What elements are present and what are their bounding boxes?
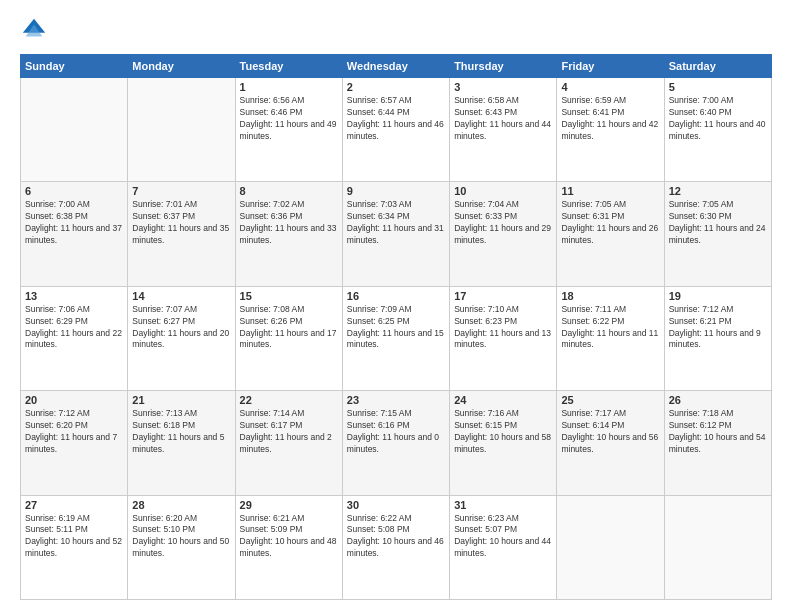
day-number: 1	[240, 81, 338, 93]
day-info: Sunrise: 6:22 AM Sunset: 5:08 PM Dayligh…	[347, 513, 445, 561]
day-number: 27	[25, 499, 123, 511]
day-info: Sunrise: 6:20 AM Sunset: 5:10 PM Dayligh…	[132, 513, 230, 561]
calendar-header-friday: Friday	[557, 55, 664, 78]
day-info: Sunrise: 6:56 AM Sunset: 6:46 PM Dayligh…	[240, 95, 338, 143]
day-info: Sunrise: 7:13 AM Sunset: 6:18 PM Dayligh…	[132, 408, 230, 456]
calendar-header-monday: Monday	[128, 55, 235, 78]
calendar-cell: 22Sunrise: 7:14 AM Sunset: 6:17 PM Dayli…	[235, 391, 342, 495]
calendar-cell: 23Sunrise: 7:15 AM Sunset: 6:16 PM Dayli…	[342, 391, 449, 495]
day-info: Sunrise: 7:16 AM Sunset: 6:15 PM Dayligh…	[454, 408, 552, 456]
day-number: 16	[347, 290, 445, 302]
calendar-cell: 5Sunrise: 7:00 AM Sunset: 6:40 PM Daylig…	[664, 78, 771, 182]
calendar: SundayMondayTuesdayWednesdayThursdayFrid…	[20, 54, 772, 600]
day-number: 21	[132, 394, 230, 406]
calendar-cell: 30Sunrise: 6:22 AM Sunset: 5:08 PM Dayli…	[342, 495, 449, 599]
calendar-cell: 3Sunrise: 6:58 AM Sunset: 6:43 PM Daylig…	[450, 78, 557, 182]
day-info: Sunrise: 7:09 AM Sunset: 6:25 PM Dayligh…	[347, 304, 445, 352]
calendar-cell: 10Sunrise: 7:04 AM Sunset: 6:33 PM Dayli…	[450, 182, 557, 286]
calendar-cell: 4Sunrise: 6:59 AM Sunset: 6:41 PM Daylig…	[557, 78, 664, 182]
day-number: 20	[25, 394, 123, 406]
day-number: 14	[132, 290, 230, 302]
day-number: 22	[240, 394, 338, 406]
day-info: Sunrise: 7:17 AM Sunset: 6:14 PM Dayligh…	[561, 408, 659, 456]
calendar-cell: 17Sunrise: 7:10 AM Sunset: 6:23 PM Dayli…	[450, 286, 557, 390]
day-number: 26	[669, 394, 767, 406]
calendar-header-sunday: Sunday	[21, 55, 128, 78]
day-info: Sunrise: 7:18 AM Sunset: 6:12 PM Dayligh…	[669, 408, 767, 456]
day-number: 12	[669, 185, 767, 197]
calendar-cell: 27Sunrise: 6:19 AM Sunset: 5:11 PM Dayli…	[21, 495, 128, 599]
day-info: Sunrise: 7:12 AM Sunset: 6:21 PM Dayligh…	[669, 304, 767, 352]
day-info: Sunrise: 6:58 AM Sunset: 6:43 PM Dayligh…	[454, 95, 552, 143]
day-number: 9	[347, 185, 445, 197]
day-info: Sunrise: 7:03 AM Sunset: 6:34 PM Dayligh…	[347, 199, 445, 247]
day-number: 15	[240, 290, 338, 302]
page: SundayMondayTuesdayWednesdayThursdayFrid…	[0, 0, 792, 612]
day-number: 10	[454, 185, 552, 197]
calendar-cell: 7Sunrise: 7:01 AM Sunset: 6:37 PM Daylig…	[128, 182, 235, 286]
calendar-week-4: 27Sunrise: 6:19 AM Sunset: 5:11 PM Dayli…	[21, 495, 772, 599]
day-info: Sunrise: 6:57 AM Sunset: 6:44 PM Dayligh…	[347, 95, 445, 143]
calendar-header-wednesday: Wednesday	[342, 55, 449, 78]
calendar-cell: 8Sunrise: 7:02 AM Sunset: 6:36 PM Daylig…	[235, 182, 342, 286]
calendar-cell: 12Sunrise: 7:05 AM Sunset: 6:30 PM Dayli…	[664, 182, 771, 286]
day-number: 25	[561, 394, 659, 406]
calendar-cell: 18Sunrise: 7:11 AM Sunset: 6:22 PM Dayli…	[557, 286, 664, 390]
day-info: Sunrise: 7:12 AM Sunset: 6:20 PM Dayligh…	[25, 408, 123, 456]
day-number: 24	[454, 394, 552, 406]
calendar-cell: 20Sunrise: 7:12 AM Sunset: 6:20 PM Dayli…	[21, 391, 128, 495]
day-info: Sunrise: 7:00 AM Sunset: 6:38 PM Dayligh…	[25, 199, 123, 247]
day-info: Sunrise: 6:19 AM Sunset: 5:11 PM Dayligh…	[25, 513, 123, 561]
calendar-cell: 16Sunrise: 7:09 AM Sunset: 6:25 PM Dayli…	[342, 286, 449, 390]
calendar-header-saturday: Saturday	[664, 55, 771, 78]
calendar-week-2: 13Sunrise: 7:06 AM Sunset: 6:29 PM Dayli…	[21, 286, 772, 390]
calendar-cell	[557, 495, 664, 599]
calendar-cell: 15Sunrise: 7:08 AM Sunset: 6:26 PM Dayli…	[235, 286, 342, 390]
day-info: Sunrise: 7:00 AM Sunset: 6:40 PM Dayligh…	[669, 95, 767, 143]
calendar-cell: 21Sunrise: 7:13 AM Sunset: 6:18 PM Dayli…	[128, 391, 235, 495]
day-number: 8	[240, 185, 338, 197]
calendar-cell: 6Sunrise: 7:00 AM Sunset: 6:38 PM Daylig…	[21, 182, 128, 286]
logo-icon	[20, 16, 48, 44]
calendar-cell: 24Sunrise: 7:16 AM Sunset: 6:15 PM Dayli…	[450, 391, 557, 495]
day-number: 19	[669, 290, 767, 302]
calendar-week-1: 6Sunrise: 7:00 AM Sunset: 6:38 PM Daylig…	[21, 182, 772, 286]
day-number: 30	[347, 499, 445, 511]
calendar-week-3: 20Sunrise: 7:12 AM Sunset: 6:20 PM Dayli…	[21, 391, 772, 495]
day-number: 23	[347, 394, 445, 406]
logo	[20, 16, 52, 44]
day-number: 5	[669, 81, 767, 93]
day-info: Sunrise: 7:10 AM Sunset: 6:23 PM Dayligh…	[454, 304, 552, 352]
day-number: 6	[25, 185, 123, 197]
day-number: 11	[561, 185, 659, 197]
calendar-cell: 2Sunrise: 6:57 AM Sunset: 6:44 PM Daylig…	[342, 78, 449, 182]
calendar-header-thursday: Thursday	[450, 55, 557, 78]
day-info: Sunrise: 6:59 AM Sunset: 6:41 PM Dayligh…	[561, 95, 659, 143]
day-info: Sunrise: 7:14 AM Sunset: 6:17 PM Dayligh…	[240, 408, 338, 456]
calendar-cell: 26Sunrise: 7:18 AM Sunset: 6:12 PM Dayli…	[664, 391, 771, 495]
day-info: Sunrise: 7:05 AM Sunset: 6:31 PM Dayligh…	[561, 199, 659, 247]
day-info: Sunrise: 7:05 AM Sunset: 6:30 PM Dayligh…	[669, 199, 767, 247]
day-number: 13	[25, 290, 123, 302]
day-info: Sunrise: 7:11 AM Sunset: 6:22 PM Dayligh…	[561, 304, 659, 352]
calendar-cell: 11Sunrise: 7:05 AM Sunset: 6:31 PM Dayli…	[557, 182, 664, 286]
calendar-cell: 29Sunrise: 6:21 AM Sunset: 5:09 PM Dayli…	[235, 495, 342, 599]
day-info: Sunrise: 6:23 AM Sunset: 5:07 PM Dayligh…	[454, 513, 552, 561]
calendar-cell: 19Sunrise: 7:12 AM Sunset: 6:21 PM Dayli…	[664, 286, 771, 390]
day-number: 2	[347, 81, 445, 93]
calendar-cell: 14Sunrise: 7:07 AM Sunset: 6:27 PM Dayli…	[128, 286, 235, 390]
calendar-cell: 31Sunrise: 6:23 AM Sunset: 5:07 PM Dayli…	[450, 495, 557, 599]
day-number: 31	[454, 499, 552, 511]
day-number: 4	[561, 81, 659, 93]
calendar-cell: 9Sunrise: 7:03 AM Sunset: 6:34 PM Daylig…	[342, 182, 449, 286]
day-info: Sunrise: 7:01 AM Sunset: 6:37 PM Dayligh…	[132, 199, 230, 247]
calendar-cell	[128, 78, 235, 182]
day-info: Sunrise: 7:15 AM Sunset: 6:16 PM Dayligh…	[347, 408, 445, 456]
day-number: 29	[240, 499, 338, 511]
calendar-cell: 13Sunrise: 7:06 AM Sunset: 6:29 PM Dayli…	[21, 286, 128, 390]
calendar-week-0: 1Sunrise: 6:56 AM Sunset: 6:46 PM Daylig…	[21, 78, 772, 182]
day-info: Sunrise: 7:04 AM Sunset: 6:33 PM Dayligh…	[454, 199, 552, 247]
day-number: 3	[454, 81, 552, 93]
day-info: Sunrise: 7:06 AM Sunset: 6:29 PM Dayligh…	[25, 304, 123, 352]
day-number: 28	[132, 499, 230, 511]
